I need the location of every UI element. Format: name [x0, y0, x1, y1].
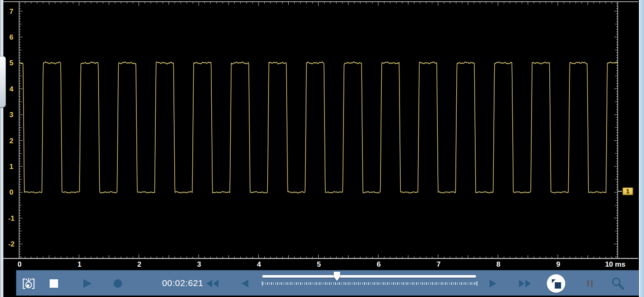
scope-plot-area[interactable]: 76543210-1-2012345678910 ms	[0, 0, 644, 272]
svg-text:4: 4	[257, 260, 261, 268]
svg-text:3: 3	[197, 260, 201, 268]
record-button[interactable]	[114, 279, 122, 288]
waveform-chart: 76543210-1-2012345678910 ms	[0, 0, 644, 272]
stop-button[interactable]	[50, 279, 58, 288]
panel-grip-handle[interactable]	[0, 56, 6, 107]
pause-bar	[587, 280, 589, 287]
stopwatch-brackets-icon	[21, 277, 36, 290]
svg-text:7: 7	[9, 8, 13, 16]
rewind-button[interactable]	[206, 279, 219, 288]
axis-lines	[3, 2, 638, 259]
step-forward-icon	[489, 279, 498, 288]
timer-button[interactable]	[21, 277, 36, 290]
slider-thumb-shape	[334, 272, 340, 281]
svg-text:4: 4	[9, 85, 13, 93]
svg-text:2: 2	[9, 137, 13, 145]
oscilloscope-window: 76543210-1-2012345678910 ms 1	[0, 0, 644, 297]
magnifier-icon	[611, 276, 625, 291]
fast-forward-icon	[518, 279, 533, 288]
step-back-button[interactable]	[240, 279, 249, 288]
svg-text:1: 1	[9, 163, 13, 171]
rewind-icon	[206, 279, 219, 288]
svg-text:2: 2	[137, 260, 141, 268]
pause-button[interactable]	[587, 280, 593, 287]
slider-tick-strip	[263, 282, 476, 286]
svg-text:10 ms: 10 ms	[605, 260, 625, 268]
channel-1-trace[interactable]	[19, 62, 618, 193]
y-axis-ticks	[19, 3, 618, 257]
pause-bar	[591, 280, 593, 287]
svg-text:7: 7	[436, 260, 440, 268]
fast-forward-button[interactable]	[518, 279, 533, 288]
svg-text:9: 9	[556, 260, 560, 268]
transport-toolbar: 00:02:621	[16, 270, 639, 296]
step-back-icon	[240, 279, 249, 288]
position-slider-track[interactable]	[262, 275, 476, 278]
svg-text:0: 0	[9, 188, 13, 196]
x-axis-labels: 012345678910 ms	[18, 260, 625, 268]
scale-to-fit-icon	[547, 274, 565, 293]
step-forward-button[interactable]	[489, 279, 498, 288]
zoom-button[interactable]	[611, 276, 625, 291]
svg-text:6: 6	[377, 260, 381, 268]
y-axis-labels: 76543210-1-2	[8, 8, 14, 249]
position-slider-thumb[interactable]	[334, 272, 340, 281]
svg-text:6: 6	[9, 33, 13, 41]
svg-text:1: 1	[77, 260, 81, 268]
channel-1-badge[interactable]: 1	[622, 187, 633, 195]
svg-text:3: 3	[9, 111, 13, 119]
svg-text:-1: -1	[8, 214, 14, 222]
play-icon	[82, 279, 93, 288]
x-axis-ticks	[19, 2, 618, 259]
svg-text:0: 0	[18, 260, 21, 268]
svg-text:8: 8	[496, 260, 500, 268]
play-button[interactable]	[82, 279, 93, 288]
scale-mode-button[interactable]	[547, 274, 565, 293]
svg-text:-2: -2	[8, 240, 14, 248]
time-display: 00:02:621	[160, 278, 206, 288]
svg-text:5: 5	[9, 59, 13, 67]
right-scroll-strip[interactable]	[639, 0, 644, 297]
svg-text:5: 5	[317, 260, 321, 268]
channel-marker-connector	[618, 191, 622, 192]
